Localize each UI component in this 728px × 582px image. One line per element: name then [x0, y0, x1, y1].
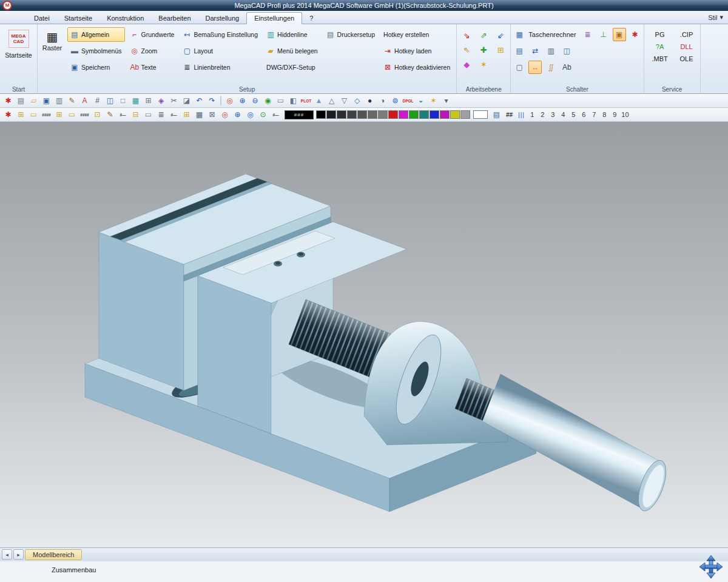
color-swatch[interactable]	[419, 110, 429, 119]
ribbon-item-allgemein[interactable]: ▤ Allgemein	[67, 27, 125, 42]
ribbon-item-dwg-dxf-setup[interactable]: DWG/DXF-Setup	[263, 60, 321, 75]
ribbon-item-symbolmenues[interactable]: ▬ Symbolmenüs	[67, 44, 125, 58]
toolbar-icon[interactable]: ⊚	[389, 95, 402, 107]
toolbar-icon[interactable]: ◎	[218, 109, 231, 121]
workplane-icon[interactable]: ✶	[476, 58, 491, 71]
toolbar-icon[interactable]: ⊡	[91, 109, 104, 121]
ribbon-item-grundwerte[interactable]: ⌐ Grundwerte	[127, 27, 178, 42]
toolbar-icon[interactable]: ✶	[427, 95, 440, 107]
toolbar-icon[interactable]: ▣	[40, 95, 53, 107]
toolbar-icon[interactable]: #—	[269, 109, 282, 121]
schalter-icon[interactable]: ∬	[544, 61, 558, 74]
toolbar-icon[interactable]: ●	[363, 95, 376, 107]
toolbar-icon[interactable]: ⊙	[257, 109, 269, 121]
toolbar-icon[interactable]: ####	[78, 109, 91, 121]
layer-number-button[interactable]: 8	[599, 111, 610, 118]
toolbar-icon[interactable]: ◒	[414, 95, 427, 107]
workplane-icon[interactable]: ⇗	[476, 29, 491, 42]
layer-number-button[interactable]: 9	[610, 111, 620, 118]
tab-scroll-right-button[interactable]: ▸	[13, 549, 24, 560]
schalter-icon[interactable]: ▥	[544, 44, 558, 58]
ribbon-item-bemassung-einstellung[interactable]: ↤ Bemaßung Einstellung	[180, 27, 261, 42]
style-selector[interactable]: Stil ▾	[708, 13, 723, 21]
toolbar-icon[interactable]: ↶	[193, 95, 206, 107]
toolbar-icon[interactable]: ≣	[155, 109, 167, 121]
service-item[interactable]: PG	[646, 31, 674, 38]
color-swatch[interactable]	[388, 110, 398, 119]
line-width-bars-icon[interactable]: |||	[518, 112, 525, 118]
color-swatch[interactable]	[347, 110, 357, 119]
tab-darstellung[interactable]: Darstellung	[198, 13, 247, 24]
layer-number-button[interactable]: 6	[579, 111, 589, 118]
ribbon-item-texte[interactable]: Ab Texte	[127, 60, 178, 75]
ribbon-item-hiddenline[interactable]: ▥ Hiddenline	[263, 27, 321, 42]
toolbar-icon[interactable]: ▾	[440, 95, 453, 107]
color-swatch[interactable]	[316, 110, 326, 119]
layer-number-button[interactable]: 3	[548, 111, 558, 118]
tab-startseite[interactable]: Startseite	[57, 13, 99, 24]
workplane-icon[interactable]: ✚	[476, 44, 491, 56]
service-item[interactable]: .MBT	[646, 55, 674, 62]
toolbar-icon[interactable]: ####	[40, 109, 53, 121]
toolbar-icon[interactable]: ⊞	[53, 109, 66, 121]
color-swatch[interactable]	[409, 110, 419, 119]
toolbar-icon[interactable]: ▦	[129, 95, 142, 107]
startseite-button[interactable]: MEGA CAD Startseite	[2, 30, 35, 59]
color-swatch[interactable]	[326, 110, 336, 119]
tab-datei[interactable]: Datei	[27, 13, 57, 24]
workplane-icon[interactable]: ⇖	[459, 44, 474, 56]
schalter-icon[interactable]: ⊥	[597, 28, 610, 41]
monitor-icon[interactable]: ▤	[490, 109, 503, 121]
toolbar-icon[interactable]: ▽	[338, 95, 351, 107]
tab-bearbeiten[interactable]: Bearbeiten	[151, 13, 198, 24]
ribbon-item-druckersetup[interactable]: ▤ Druckersetup	[323, 27, 378, 42]
toolbar-icon[interactable]: ◎	[223, 95, 236, 107]
toolbar-icon[interactable]: ▭	[27, 109, 40, 121]
ribbon-item-hotkey-erstellen[interactable]: Hotkey erstellen	[380, 27, 453, 42]
toolbar-icon[interactable]: ⊞	[15, 109, 27, 121]
workplane-icon[interactable]: ⇘	[459, 29, 474, 42]
ribbon-item-speichern[interactable]: ▣ Speichern	[67, 60, 125, 75]
schalter-icon[interactable]: Ab	[560, 61, 573, 74]
toolbar-icon[interactable]: ✂	[167, 95, 180, 107]
toolbar-icon[interactable]: ◧	[287, 95, 300, 107]
tab-modellbereich[interactable]: Modellbereich	[25, 549, 82, 560]
toolbar-icon[interactable]: #	[91, 95, 104, 107]
toolbar-icon[interactable]: ◪	[180, 95, 193, 107]
color-swatch[interactable]	[399, 110, 408, 119]
ribbon-item-hotkey-deaktivieren[interactable]: ⊠ Hotkey deaktivieren	[380, 60, 453, 75]
ribbon-item-layout[interactable]: ▢ Layout	[180, 44, 261, 58]
toolbar-icon[interactable]: ✱	[2, 109, 15, 121]
toolbar-icon[interactable]: ▭	[66, 109, 78, 121]
ribbon-item-menue-belegen[interactable]: ▰ Menü belegen	[263, 44, 321, 58]
toolbar-icon[interactable]: ▦	[193, 109, 206, 121]
ribbon-item-linienbreiten[interactable]: ≣ Linienbreiten	[180, 60, 261, 75]
color-swatch[interactable]	[378, 110, 388, 119]
model-viewport[interactable]	[0, 122, 728, 547]
layer-number-button[interactable]: 10	[620, 111, 630, 118]
toolbar-icon[interactable]: ⊞	[142, 95, 155, 107]
tab-einstellungen[interactable]: Einstellungen	[246, 12, 302, 24]
workplane-icon[interactable]: ⊞	[493, 44, 508, 56]
toolbar-icon[interactable]: ↷	[206, 95, 218, 107]
tab-help[interactable]: ?	[302, 13, 320, 24]
service-item[interactable]: OLE	[675, 55, 698, 62]
toolbar-icon[interactable]: ▥	[53, 95, 66, 107]
schalter-icon[interactable]: ↔	[528, 61, 542, 74]
schalter-icon[interactable]: ◫	[560, 44, 573, 58]
tab-scroll-left-button[interactable]: ◂	[2, 549, 12, 560]
toolbar-icon[interactable]: ✱	[2, 95, 15, 107]
toolbar-icon[interactable]: ▲	[312, 95, 325, 107]
color-swatch[interactable]	[357, 110, 367, 119]
toolbar-icon[interactable]: ⊕	[236, 95, 249, 107]
toolbar-icon[interactable]: #—	[167, 109, 180, 121]
calculator-button[interactable]: ▦	[513, 28, 526, 41]
toolbar-icon[interactable]: A	[78, 95, 91, 107]
drawing-canvas[interactable]	[0, 122, 728, 547]
tab-konstruktion[interactable]: Konstruktion	[99, 13, 151, 24]
service-item[interactable]: .CIP	[675, 31, 698, 38]
service-item[interactable]: DLL	[675, 43, 698, 50]
toolbar-icon[interactable]: ▭	[142, 109, 155, 121]
linetype-selector[interactable]: ###	[285, 110, 314, 119]
service-item[interactable]: ?A	[646, 43, 674, 50]
